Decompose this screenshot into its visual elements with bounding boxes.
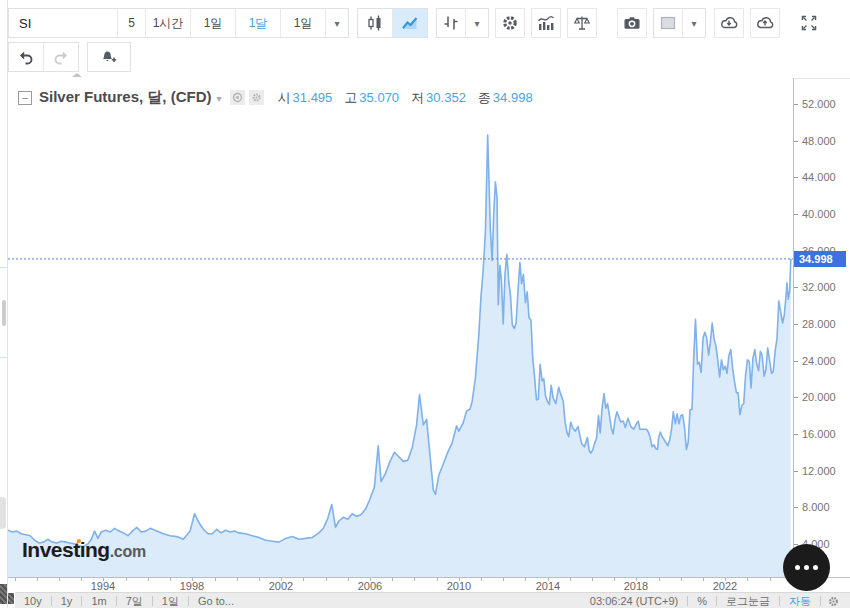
bar-style-dropdown-button[interactable]: ▾ [466, 9, 488, 37]
circle-icon [232, 92, 243, 103]
year-tick-label: 2006 [354, 580, 386, 592]
price-tick-mark [794, 397, 798, 398]
undo-button[interactable] [9, 43, 44, 71]
timeframe-1hour-button[interactable]: 1시간 [146, 9, 191, 37]
fullscreen-button[interactable] [794, 8, 824, 38]
price-tick-label: 52.000 [802, 98, 836, 110]
investing-logo: Investing .com [22, 538, 146, 562]
price-tick-label: 40.000 [802, 208, 836, 220]
year-tick-label: 2022 [709, 580, 741, 592]
symbol-interval-group: SI 5 1시간 1일 1달 1일 ▾ [8, 8, 349, 38]
price-tick-mark [794, 214, 798, 215]
template-group: ▾ [653, 8, 706, 38]
indicators-button[interactable] [531, 8, 561, 38]
log-scale-button[interactable]: 로그눈금 [717, 594, 779, 608]
brand-text: Investing [22, 538, 110, 562]
open-value: 31.495 [293, 90, 333, 105]
range-10y-button[interactable]: 10y [15, 595, 51, 607]
save-layout-button[interactable] [750, 8, 780, 38]
toolbar-collapse-chevron[interactable] [72, 73, 82, 77]
symbol-input[interactable]: SI [9, 9, 118, 37]
timeframe-1day-button[interactable]: 1일 [191, 9, 236, 37]
candlestick-chart-button[interactable] [358, 9, 393, 37]
price-series-plot [8, 78, 793, 577]
year-tick-label: 2010 [443, 580, 475, 592]
year-tick-mark [126, 578, 127, 581]
cloud-upload-icon [754, 13, 776, 33]
range-1m-button[interactable]: 1m [82, 595, 115, 607]
price-tick-label: 32.000 [802, 281, 836, 293]
gear-icon [251, 92, 262, 103]
template-dropdown-button[interactable]: ▾ [683, 9, 705, 37]
compare-button[interactable] [567, 8, 597, 38]
year-tick-mark [570, 578, 571, 581]
year-tick-mark [303, 578, 304, 581]
price-tick-label: 16.000 [802, 428, 836, 440]
year-tick-mark [414, 578, 415, 581]
year-tick-mark [614, 578, 615, 581]
interval-value[interactable]: 5 [118, 9, 146, 37]
close-value: 34.998 [493, 90, 533, 105]
axis-settings-button[interactable] [821, 595, 850, 608]
percent-scale-button[interactable]: % [688, 595, 716, 607]
year-tick-mark [215, 578, 216, 581]
timeframe-1day-button-2[interactable]: 1일 [281, 9, 326, 37]
range-1d-button[interactable]: 1일 [153, 594, 188, 608]
background-scrollbar-artifact [2, 300, 6, 326]
range-7d-button[interactable]: 7일 [117, 594, 152, 608]
year-tick-mark [503, 578, 504, 581]
legend-visibility-button[interactable] [230, 90, 245, 105]
settings-button[interactable] [495, 8, 525, 38]
year-tick-mark [15, 578, 16, 581]
price-tick-mark [794, 361, 798, 362]
year-tick-mark [747, 578, 748, 581]
add-alert-button[interactable] [88, 43, 130, 71]
year-tick-mark [770, 578, 771, 581]
open-label: 시 [278, 89, 291, 107]
background-artifact [0, 357, 7, 358]
year-tick-mark [703, 578, 704, 581]
template-button[interactable] [654, 9, 683, 37]
year-tick-mark [392, 578, 393, 581]
goto-button[interactable]: Go to... [189, 595, 243, 607]
scales-icon [572, 13, 592, 33]
low-value: 30.352 [426, 90, 466, 105]
redo-icon [51, 47, 71, 67]
price-chart-canvas[interactable] [8, 78, 793, 577]
caret-down-icon[interactable]: ▾ [217, 93, 222, 104]
low-label: 저 [411, 89, 424, 107]
timeframe-dropdown-button[interactable]: ▾ [326, 9, 348, 37]
screenshot-button[interactable] [617, 8, 647, 38]
auto-scale-button[interactable]: 자동 [780, 594, 820, 608]
year-tick-mark [37, 578, 38, 581]
year-tick-mark [348, 578, 349, 581]
year-tick-mark [170, 578, 171, 581]
last-price-value: 34.998 [799, 253, 833, 265]
alert-group [87, 42, 131, 72]
area-chart-button[interactable] [393, 9, 427, 37]
gear-icon [500, 13, 520, 33]
close-label: 종 [478, 89, 491, 107]
year-tick-mark [592, 578, 593, 581]
timeframe-1month-button[interactable]: 1달 [236, 9, 281, 37]
top-toolbar: SI 5 1시간 1일 1달 1일 ▾ [8, 8, 830, 38]
brand-suffix: .com [110, 543, 146, 561]
range-1y-button[interactable]: 1y [52, 595, 82, 607]
bar-style-button[interactable] [437, 9, 466, 37]
caret-down-icon: ▾ [691, 18, 696, 29]
more-options-button[interactable] [783, 544, 830, 591]
time-axis[interactable]: 19941998200220062010201420182022 [8, 577, 850, 593]
chart-type-group [357, 8, 428, 38]
redo-button[interactable] [44, 43, 78, 71]
price-tick-mark [794, 324, 798, 325]
instrument-title: Silver Futures, 달, (CFD) [39, 88, 212, 107]
edit-toolbar [8, 42, 139, 72]
legend-settings-button[interactable] [249, 90, 264, 105]
undo-redo-group [8, 42, 79, 72]
legend-collapse-icon[interactable]: − [18, 91, 32, 105]
toolbar-gap [603, 8, 617, 38]
price-axis[interactable]: 4.0008.00012.00016.00020.00024.00028.000… [793, 78, 850, 592]
bottom-toolbar: 10y 1y 1m 7일 1일 Go to... 03:06:24 (UTC+9… [15, 592, 850, 608]
load-layout-button[interactable] [714, 8, 744, 38]
candlestick-icon [365, 13, 385, 33]
